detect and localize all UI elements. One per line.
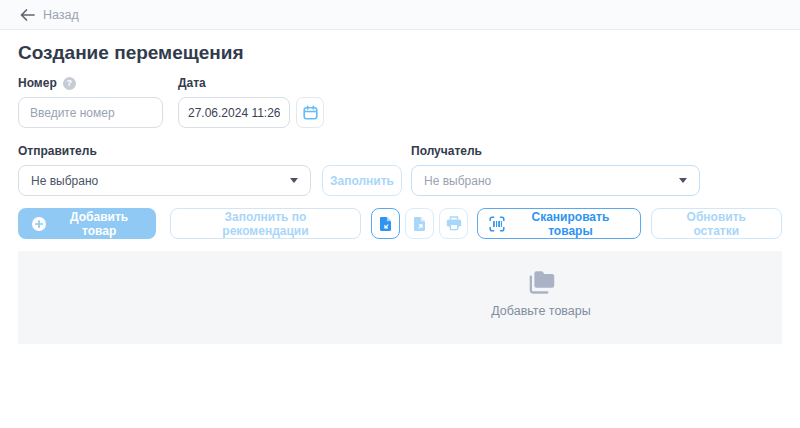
date-field-group: Дата [178, 76, 324, 128]
main-content: Создание перемещения Номер Дата [0, 42, 800, 344]
topbar: Назад [0, 0, 800, 30]
fill-by-recommendation-button[interactable]: Заполнить по рекомендации [170, 208, 361, 239]
folders-icon [526, 268, 556, 295]
left-arrow-icon [20, 9, 35, 21]
number-label: Номер [18, 76, 57, 90]
recipient-select-value: Не выбрано [424, 174, 491, 188]
empty-message: Добавьте товары [491, 304, 591, 318]
products-empty-panel: Добавьте товары [18, 251, 782, 344]
back-button[interactable]: Назад [20, 8, 79, 22]
update-stock-button[interactable]: Обновить остатки [651, 208, 782, 239]
print-button[interactable] [439, 208, 468, 239]
recipient-select[interactable]: Не выбрано [411, 165, 700, 196]
sender-label: Отправитель [18, 144, 97, 158]
date-input[interactable] [178, 97, 290, 128]
file-import-icon [379, 216, 392, 232]
fill-sender-button[interactable]: Заполнить [322, 165, 402, 196]
question-circle-icon[interactable] [63, 77, 76, 90]
export-file-button[interactable] [405, 208, 434, 239]
add-product-label: Добавить товар [55, 210, 143, 238]
calendar-icon [303, 105, 318, 120]
number-field-group: Номер [18, 76, 163, 128]
back-label: Назад [43, 8, 79, 22]
recipient-field-group: Получатель Не выбрано [411, 144, 700, 196]
date-label: Дата [178, 76, 206, 90]
chevron-down-icon [290, 178, 298, 183]
sender-recipient-row: Отправитель Не выбрано Заполнить Получат… [18, 144, 782, 196]
empty-state: Добавьте товары [491, 268, 591, 318]
number-date-row: Номер Дата [18, 76, 782, 128]
plus-circle-icon [31, 216, 47, 232]
barcode-scan-icon [489, 216, 505, 232]
products-toolbar: Добавить товар Заполнить по рекомендации [18, 208, 782, 239]
file-export-icon [413, 216, 426, 232]
chevron-down-icon [679, 178, 687, 183]
scan-products-label: Сканировать товары [512, 210, 628, 238]
import-file-button[interactable] [371, 208, 400, 239]
calendar-button[interactable] [296, 97, 324, 128]
number-input[interactable] [18, 97, 163, 128]
page-title: Создание перемещения [18, 42, 782, 64]
sender-select-value: Не выбрано [31, 174, 98, 188]
sender-select[interactable]: Не выбрано [18, 165, 311, 196]
sender-field-group: Отправитель Не выбрано [18, 144, 311, 196]
add-product-button[interactable]: Добавить товар [18, 208, 156, 239]
scan-products-button[interactable]: Сканировать товары [477, 208, 640, 239]
printer-icon [446, 216, 462, 231]
recipient-label: Получатель [411, 144, 482, 158]
